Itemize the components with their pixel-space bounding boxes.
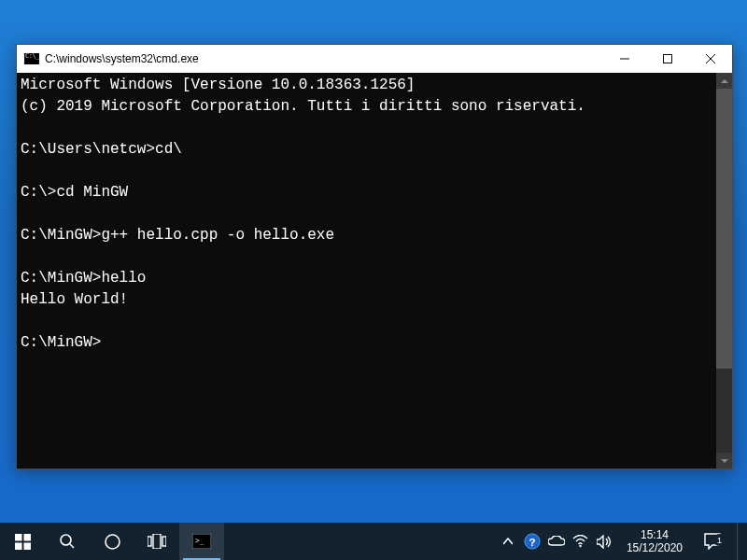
clock[interactable]: 15:14 15/12/2020 <box>621 528 688 554</box>
terminal-line: (c) 2019 Microsoft Corporation. Tutti i … <box>21 96 712 118</box>
svg-marker-19 <box>597 536 603 548</box>
terminal-line <box>21 246 712 268</box>
svg-text:>_: >_ <box>195 537 204 545</box>
close-button[interactable] <box>689 45 732 73</box>
terminal-line <box>21 203 712 225</box>
svg-rect-5 <box>23 534 31 541</box>
scroll-up-button[interactable] <box>716 73 732 89</box>
window-controls <box>603 45 732 73</box>
svg-point-8 <box>61 535 71 545</box>
terminal-line: C:\MinGW> <box>21 332 712 354</box>
terminal-line: C:\MinGW>g++ hello.cpp -o hello.exe <box>21 225 712 246</box>
action-center-button[interactable]: 1 <box>696 533 729 550</box>
svg-rect-14 <box>192 534 211 549</box>
taskbar-app-cmd[interactable]: >_ <box>179 523 224 560</box>
taskbar-left: >_ <box>0 523 224 560</box>
terminal-line: C:\Users\netcw>cd\ <box>21 139 712 161</box>
desktop: C:\windows\system32\cmd.exe Microsoft Wi… <box>0 0 747 523</box>
cmd-window: C:\windows\system32\cmd.exe Microsoft Wi… <box>16 44 733 469</box>
clock-date: 15/12/2020 <box>627 541 683 554</box>
svg-rect-4 <box>15 534 22 541</box>
terminal-area: Microsoft Windows [Versione 10.0.18363.1… <box>17 73 732 469</box>
wifi-icon[interactable] <box>572 533 589 550</box>
titlebar[interactable]: C:\windows\system32\cmd.exe <box>17 45 732 73</box>
terminal-line <box>21 118 712 139</box>
taskbar: >_ ? <box>0 523 747 560</box>
scroll-down-button[interactable] <box>716 453 732 469</box>
svg-rect-7 <box>23 542 31 550</box>
svg-rect-6 <box>15 542 22 550</box>
onedrive-icon[interactable] <box>548 533 565 550</box>
svg-rect-12 <box>153 534 161 549</box>
volume-icon[interactable] <box>597 533 613 550</box>
terminal-output[interactable]: Microsoft Windows [Versione 10.0.18363.1… <box>17 73 716 469</box>
clock-time: 15:14 <box>627 528 683 541</box>
svg-text:?: ? <box>529 536 535 548</box>
terminal-line: C:\>cd MinGW <box>21 182 712 203</box>
svg-point-18 <box>580 545 582 547</box>
terminal-line: C:\MinGW>hello <box>21 268 712 289</box>
scroll-thumb[interactable] <box>716 89 732 369</box>
task-view-button[interactable] <box>134 523 179 560</box>
cortana-button[interactable] <box>90 523 134 560</box>
minimize-button[interactable] <box>603 45 646 73</box>
svg-line-3 <box>706 54 715 63</box>
svg-point-16 <box>525 534 540 549</box>
taskbar-right: ? 15:14 15/12/2020 <box>500 523 747 560</box>
svg-line-9 <box>70 544 74 548</box>
svg-line-2 <box>706 54 715 63</box>
terminal-line <box>21 311 712 332</box>
show-desktop-button[interactable] <box>737 523 743 560</box>
help-icon[interactable]: ? <box>524 533 541 550</box>
svg-rect-11 <box>148 537 151 546</box>
terminal-line: Microsoft Windows [Versione 10.0.18363.1… <box>21 75 712 96</box>
search-button[interactable] <box>45 523 90 560</box>
terminal-line <box>21 161 712 182</box>
terminal-line: Hello World! <box>21 289 712 311</box>
svg-point-10 <box>106 535 120 549</box>
window-title: C:\windows\system32\cmd.exe <box>45 52 603 65</box>
taskbar-spacer <box>224 523 500 560</box>
notification-badge: 1 <box>713 534 726 546</box>
svg-rect-13 <box>162 537 166 546</box>
maximize-button[interactable] <box>646 45 689 73</box>
cmd-icon <box>24 53 39 64</box>
start-button[interactable] <box>0 523 45 560</box>
tray-chevron-up-icon[interactable] <box>500 533 516 550</box>
scrollbar[interactable] <box>716 73 732 469</box>
svg-rect-1 <box>664 55 672 63</box>
